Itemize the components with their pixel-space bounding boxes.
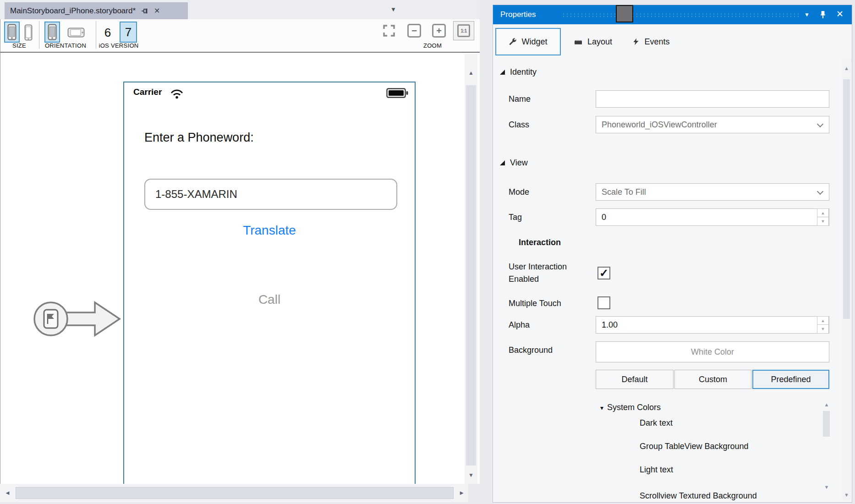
view-controller-canvas[interactable]: Carrier Enter a Phoneword: 1-855-XAMARIN… [123, 82, 416, 484]
document-tabstrip: MainStoryboard_iPhone.storyboard* ✕ ▼ [0, 0, 480, 19]
size-iphone35-button[interactable] [4, 22, 20, 43]
background-custom-button[interactable]: Custom [674, 370, 751, 389]
editor-vertical-scrollbar[interactable]: ▲ ▼ [465, 54, 477, 484]
tab-widget-label: Widget [521, 37, 547, 47]
spin-up-icon[interactable]: ▲ [817, 209, 828, 217]
design-surface[interactable]: Carrier Enter a Phoneword: 1-855-XAMARIN… [0, 53, 480, 484]
interaction-subheader: Interaction [519, 238, 561, 247]
name-input[interactable] [596, 90, 829, 108]
pin-icon[interactable] [141, 7, 148, 15]
multiple-touch-label: Multiple Touch [509, 299, 561, 308]
pin-icon[interactable] [819, 9, 827, 20]
view-header-label: View [510, 158, 528, 168]
properties-vertical-scrollbar[interactable]: ▲ ▼ [842, 59, 851, 501]
iphone-portrait-icon [7, 24, 16, 40]
orientation-portrait-button[interactable] [44, 22, 60, 43]
color-item-light-text[interactable]: Light text [640, 461, 673, 478]
close-panel-icon[interactable]: ✕ [836, 9, 844, 19]
editor-horizontal-scrollbar[interactable]: ◄ ► [0, 484, 468, 502]
document-tab[interactable]: MainStoryboard_iPhone.storyboard* ✕ [5, 2, 188, 19]
check-icon: ✓ [599, 267, 608, 279]
scroll-down-icon[interactable]: ▼ [823, 484, 830, 490]
size-iphone4in-button[interactable] [22, 22, 35, 43]
alpha-value: 1.00 [602, 320, 618, 330]
app-window: MainStoryboard_iPhone.storyboard* ✕ ▼ [0, 0, 855, 504]
titlebar-grip [562, 13, 800, 17]
spin-down-icon[interactable]: ▼ [817, 217, 828, 225]
scroll-up-icon[interactable]: ▲ [465, 70, 477, 76]
wifi-icon [170, 88, 184, 99]
spinner-buttons[interactable]: ▲ ▼ [817, 316, 829, 334]
alpha-label: Alpha [509, 320, 530, 330]
tag-label: Tag [509, 213, 522, 222]
scroll-up-icon[interactable]: ▲ [823, 402, 830, 407]
ios-version-group-label: iOS VERSION [95, 42, 142, 49]
ios-version-7-button[interactable]: 7 [120, 22, 137, 43]
scroll-down-icon[interactable]: ▼ [842, 492, 851, 498]
translate-button[interactable]: Translate [124, 223, 415, 238]
class-combobox[interactable]: Phoneworld_iOSViewController [596, 116, 829, 133]
phoneword-text-field[interactable]: 1-855-XAMARIN [144, 179, 397, 210]
wrench-icon [509, 38, 517, 46]
properties-title-bar[interactable]: Properties ▼ ✕ [493, 5, 852, 24]
color-swatch [616, 5, 633, 22]
close-tab-icon[interactable]: ✕ [154, 6, 160, 15]
background-default-button[interactable]: Default [596, 370, 674, 389]
scroll-down-icon[interactable]: ▼ [465, 472, 477, 478]
tag-spinner[interactable]: 0 ▲ ▼ [596, 208, 829, 226]
background-label: Background [509, 345, 553, 355]
alpha-spinner[interactable]: 1.00 ▲ ▼ [596, 316, 829, 334]
collapse-arrow-icon: ▾ [600, 404, 603, 411]
color-item-dark-text[interactable]: Dark text [640, 414, 673, 432]
properties-scroll-thumb[interactable] [843, 79, 850, 319]
carrier-status-label: Carrier [133, 87, 162, 97]
zoom-fit-button[interactable] [382, 24, 396, 38]
orientation-landscape-button[interactable] [66, 27, 87, 38]
phoneword-prompt-label: Enter a Phoneword: [144, 131, 254, 145]
spin-up-icon[interactable]: ▲ [817, 317, 828, 325]
zoom-in-button[interactable]: + [432, 24, 446, 38]
document-tab-title: MainStoryboard_iPhone.storyboard* [10, 6, 136, 16]
tag-value: 0 [602, 213, 606, 222]
name-label: Name [509, 94, 531, 104]
call-button[interactable]: Call [124, 292, 415, 307]
color-item-group-tableview-background[interactable]: Group TableView Background [640, 438, 749, 455]
phone-portrait-icon [48, 24, 57, 40]
vertical-scroll-thumb[interactable] [466, 85, 476, 466]
scroll-left-icon[interactable]: ◄ [5, 489, 11, 496]
spin-down-icon[interactable]: ▼ [817, 325, 828, 333]
color-list-scroll-thumb[interactable] [823, 411, 830, 437]
chevron-down-icon [817, 121, 823, 127]
orientation-group-label: ORIENTATION [40, 42, 91, 49]
tab-events[interactable]: Events [624, 28, 678, 55]
tab-list-dropdown-icon[interactable]: ▼ [390, 6, 396, 13]
scroll-right-icon[interactable]: ► [459, 489, 465, 496]
spinner-buttons[interactable]: ▲ ▼ [817, 208, 829, 226]
system-colors-header[interactable]: ▾ System Colors [600, 403, 661, 412]
ios-version-6-button[interactable]: 6 [100, 23, 115, 42]
chevron-down-icon [817, 188, 823, 195]
designer-toolbar: SIZE ORIENTATION 6 [0, 19, 480, 53]
view-section-header[interactable]: View [499, 158, 528, 168]
tab-events-label: Events [644, 37, 669, 47]
tab-layout-label: Layout [587, 37, 612, 47]
background-color-field[interactable]: White Color [596, 341, 829, 362]
scroll-up-icon[interactable]: ▲ [842, 66, 851, 71]
color-item-scrollview-textured-background[interactable]: Scrollview Textured Background [640, 487, 757, 503]
tab-layout[interactable]: Layout [565, 28, 620, 55]
mode-combobox[interactable]: Scale To Fill [596, 183, 829, 201]
one-to-one-icon: 1:1 [457, 24, 470, 37]
background-predefined-button[interactable]: Predefined [752, 370, 829, 389]
battery-icon [386, 87, 408, 99]
window-menu-icon[interactable]: ▼ [804, 11, 810, 18]
tab-widget[interactable]: Widget [495, 28, 561, 55]
initial-view-segue-arrow[interactable] [31, 293, 122, 345]
zoom-out-button[interactable]: − [407, 24, 421, 38]
class-value: Phoneworld_iOSViewController [602, 120, 717, 130]
multiple-touch-checkbox[interactable] [597, 296, 610, 309]
identity-section-header[interactable]: Identity [499, 67, 537, 77]
horizontal-scroll-thumb[interactable] [16, 487, 454, 499]
identity-header-label: Identity [510, 67, 537, 77]
zoom-actual-size-button[interactable]: 1:1 [453, 21, 474, 40]
user-interaction-checkbox[interactable]: ✓ [597, 267, 610, 279]
